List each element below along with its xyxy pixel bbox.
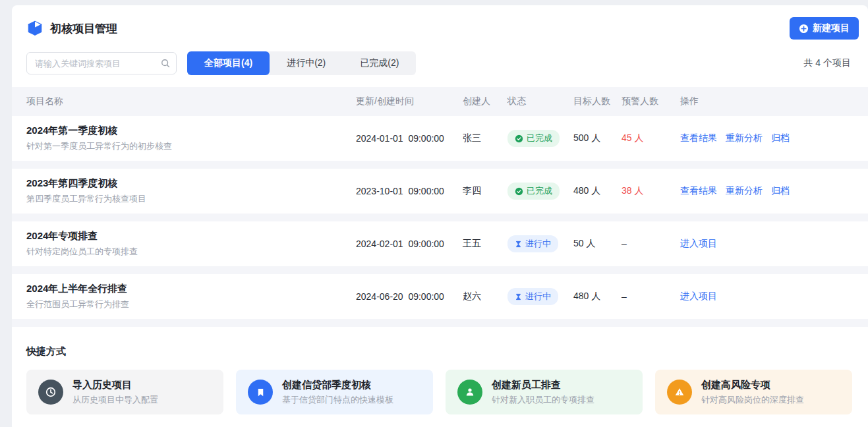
reanalyze-link[interactable]: 重新分析 xyxy=(726,185,763,197)
project-status-cell: 已完成 xyxy=(507,130,573,147)
project-time: 2024-02-01 09:00:00 xyxy=(356,239,463,249)
cube-icon xyxy=(26,20,43,37)
project-time: 2024-06-20 09:00:00 xyxy=(356,291,463,302)
shortcut-text: 创建新员工排查 针对新入职员工的专项排查 xyxy=(492,379,594,406)
hourglass-icon xyxy=(515,241,522,248)
project-name: 2024年上半年全行排查 xyxy=(26,283,356,295)
main-panel: 初核项目管理 新建项目 全部项目(4) 进行中(2) xyxy=(12,5,868,427)
project-creator: 李四 xyxy=(463,185,507,197)
new-project-button[interactable]: 新建项目 xyxy=(790,17,859,40)
target-count: 480 人 xyxy=(573,185,622,197)
search-icon[interactable] xyxy=(161,59,170,68)
check-circle-icon xyxy=(515,187,523,196)
row-actions: 进入项目 xyxy=(680,238,868,250)
project-time: 2023-10-01 09:00:00 xyxy=(356,186,463,196)
project-description: 针对第一季度员工异常行为的初步核查 xyxy=(26,140,356,152)
tab-all-projects[interactable]: 全部项目(4) xyxy=(187,51,270,75)
shortcut-title: 创建新员工排查 xyxy=(492,379,594,391)
project-time: 2024-01-01 09:00:00 xyxy=(356,133,463,144)
project-name-cell: 2024年专项排查 针对特定岗位员工的专项排查 xyxy=(26,230,356,258)
status-label: 已完成 xyxy=(527,132,552,144)
project-name: 2023年第四季度初核 xyxy=(26,177,356,190)
shortcut-title: 创建高风险专项 xyxy=(701,379,804,391)
shortcut-description: 从历史项目中导入配置 xyxy=(72,394,158,406)
project-name-cell: 2024年上半年全行排查 全行范围员工异常行为排查 xyxy=(26,283,356,310)
target-count: 480 人 xyxy=(573,291,622,302)
column-header-creator: 创建人 xyxy=(463,96,507,107)
view-results-link[interactable]: 查看结果 xyxy=(680,185,717,197)
status-badge: 已完成 xyxy=(507,130,560,147)
table-header-row: 项目名称 更新/创建时间 创建人 状态 目标人数 预警人数 操作 xyxy=(12,87,868,116)
project-name-cell: 2023年第四季度初核 第四季度员工异常行为核查项目 xyxy=(26,177,356,205)
project-count-text: 共 4 个项目 xyxy=(803,57,851,69)
shortcut-title: 导入历史项目 xyxy=(72,379,158,391)
table-row: 2024年专项排查 针对特定岗位员工的专项排查 2024-02-01 09:00… xyxy=(12,221,868,266)
bookmark-icon xyxy=(248,380,273,405)
enter-project-link[interactable]: 进入项目 xyxy=(680,291,717,302)
reanalyze-link[interactable]: 重新分析 xyxy=(726,132,763,144)
toolbar: 全部项目(4) 进行中(2) 已完成(2) 共 4 个项目 xyxy=(12,49,868,87)
project-creator: 张三 xyxy=(463,132,507,144)
project-description: 针对特定岗位员工的专项排查 xyxy=(26,246,356,258)
shortcut-text: 导入历史项目 从历史项目中导入配置 xyxy=(72,379,158,406)
page-header: 初核项目管理 新建项目 xyxy=(12,5,868,49)
column-header-time: 更新/创建时间 xyxy=(356,96,463,107)
view-results-link[interactable]: 查看结果 xyxy=(680,132,717,144)
project-description: 全行范围员工异常行为排查 xyxy=(26,299,356,310)
row-actions: 进入项目 xyxy=(680,291,868,302)
tab-in-progress[interactable]: 进行中(2) xyxy=(270,51,343,75)
plus-circle-icon xyxy=(799,24,809,34)
project-filter-tabs: 全部项目(4) 进行中(2) 已完成(2) xyxy=(187,51,416,75)
new-project-button-label: 新建项目 xyxy=(813,22,850,34)
shortcut-description: 针对新入职员工的专项排查 xyxy=(492,394,594,406)
warning-count: 45 人 xyxy=(622,132,680,144)
shortcut-high-risk[interactable]: 创建高风险专项 针对高风险岗位的深度排查 xyxy=(655,370,852,414)
target-count: 500 人 xyxy=(573,132,622,144)
shortcut-credit-quarterly[interactable]: 创建信贷部季度初核 基于信贷部门特点的快速模板 xyxy=(236,370,433,414)
shortcut-description: 基于信贷部门特点的快速模板 xyxy=(282,394,393,406)
project-name: 2024年第一季度初核 xyxy=(26,125,356,137)
warning-icon xyxy=(667,380,692,405)
shortcut-new-employee[interactable]: 创建新员工排查 针对新入职员工的专项排查 xyxy=(446,370,643,414)
project-status-cell: 进行中 xyxy=(507,288,573,305)
project-name: 2024年专项排查 xyxy=(26,230,356,242)
shortcut-cards: 导入历史项目 从历史项目中导入配置 创建信贷部季度初核 基于信贷部门特点的快速模… xyxy=(26,370,852,414)
warning-count: – xyxy=(622,291,680,302)
project-name-cell: 2024年第一季度初核 针对第一季度员工异常行为的初步核查 xyxy=(26,125,356,152)
archive-link[interactable]: 归档 xyxy=(771,185,790,197)
search-box xyxy=(26,52,177,74)
archive-link[interactable]: 归档 xyxy=(771,132,790,144)
row-actions: 查看结果 重新分析 归档 xyxy=(680,185,868,197)
table-row: 2024年第一季度初核 针对第一季度员工异常行为的初步核查 2024-01-01… xyxy=(12,116,868,161)
status-badge: 进行中 xyxy=(507,288,558,305)
shortcut-description: 针对高风险岗位的深度排查 xyxy=(701,394,804,406)
search-input[interactable] xyxy=(26,52,177,74)
enter-project-link[interactable]: 进入项目 xyxy=(680,238,717,250)
column-header-status: 状态 xyxy=(507,96,573,107)
person-icon xyxy=(457,380,482,405)
warning-count: – xyxy=(622,239,680,249)
status-badge: 进行中 xyxy=(507,235,558,252)
warning-count: 38 人 xyxy=(622,185,680,197)
table-row: 2024年上半年全行排查 全行范围员工异常行为排查 2024-06-20 09:… xyxy=(12,274,868,319)
page-title: 初核项目管理 xyxy=(50,21,117,36)
target-count: 50 人 xyxy=(573,238,622,250)
row-actions: 查看结果 重新分析 归档 xyxy=(680,132,868,144)
project-creator: 王五 xyxy=(463,238,507,250)
status-label: 进行中 xyxy=(525,291,551,302)
project-status-cell: 进行中 xyxy=(507,235,573,252)
status-label: 进行中 xyxy=(525,238,551,250)
check-circle-icon xyxy=(515,134,523,143)
column-header-warning: 预警人数 xyxy=(622,96,680,107)
project-creator: 赵六 xyxy=(463,291,507,302)
shortcut-text: 创建信贷部季度初核 基于信贷部门特点的快速模板 xyxy=(282,379,393,406)
table-row: 2023年第四季度初核 第四季度员工异常行为核查项目 2023-10-01 09… xyxy=(12,169,868,214)
status-badge: 已完成 xyxy=(507,183,560,200)
clock-icon xyxy=(38,380,63,405)
column-header-name: 项目名称 xyxy=(26,96,356,107)
column-header-actions: 操作 xyxy=(680,96,868,107)
column-header-target: 目标人数 xyxy=(573,96,622,107)
tab-completed[interactable]: 已完成(2) xyxy=(343,51,416,75)
shortcut-import-history[interactable]: 导入历史项目 从历史项目中导入配置 xyxy=(26,370,223,414)
status-label: 已完成 xyxy=(527,185,552,197)
